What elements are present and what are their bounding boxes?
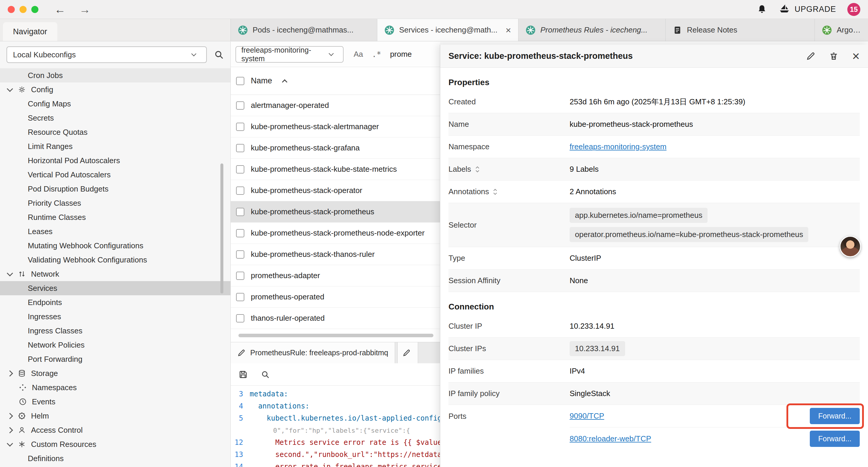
table-row[interactable]: kube-prometheus-stack-kube-state-metrics — [231, 159, 440, 180]
row-checkbox[interactable] — [236, 250, 244, 259]
port-link-9090[interactable]: 9090/TCP — [569, 411, 604, 420]
port-link-8080[interactable]: 8080:reloader-web/TCP — [569, 434, 651, 443]
sidebar-item-resource-quotas[interactable]: Resource Quotas — [0, 125, 230, 139]
sidebar-item-namespaces[interactable]: Namespaces — [0, 380, 230, 395]
chevron-down-icon[interactable] — [7, 270, 13, 276]
tab-argo[interactable]: Argo Se — [815, 19, 868, 41]
namespace-filter-select[interactable]: freeleaps-monitoring-system — [236, 46, 344, 63]
row-checkbox[interactable] — [236, 293, 244, 301]
close-icon[interactable]: × — [852, 50, 860, 63]
sidebar-item-horizontal-pod-autoscalers[interactable]: Horizontal Pod Autoscalers — [0, 153, 230, 168]
table-row[interactable]: thanos-ruler-operated — [231, 308, 440, 329]
table-row[interactable]: kube-prometheus-stack-operator — [231, 180, 440, 201]
delete-trash-icon[interactable] — [829, 52, 838, 61]
table-row-selected[interactable]: kube-prometheus-stack-prometheus — [231, 201, 440, 223]
sidebar-item-port-forwarding[interactable]: Port Forwarding — [0, 352, 230, 366]
sidebar-scrollbar[interactable] — [220, 164, 223, 293]
search-icon[interactable] — [214, 50, 224, 60]
expand-collapse-icon[interactable] — [475, 166, 480, 173]
table-row[interactable]: kube-prometheus-stack-prometheus-node-ex… — [231, 223, 440, 244]
table-row[interactable]: kube-prometheus-stack-alertmanager — [231, 116, 440, 138]
scrollbar-thumb[interactable] — [239, 334, 433, 337]
window-minimize-button[interactable] — [20, 6, 27, 13]
sidebar-item-ingresses[interactable]: Ingresses — [0, 310, 230, 324]
match-case-toggle[interactable]: Aa — [354, 50, 363, 59]
edit-pencil-icon[interactable] — [806, 52, 815, 61]
window-close-button[interactable] — [8, 6, 15, 13]
regex-toggle[interactable]: .* — [372, 50, 381, 59]
sidebar-item-config-maps[interactable]: Config Maps — [0, 97, 230, 111]
search-icon[interactable] — [261, 370, 270, 379]
tab-services[interactable]: Services - icecheng@math... × — [377, 19, 519, 41]
sidebar-item-vertical-pod-autoscalers[interactable]: Vertical Pod Autoscalers — [0, 168, 230, 182]
table-row[interactable]: alertmanager-operated — [231, 95, 440, 116]
sidebar-item-endpoints[interactable]: Endpoints — [0, 295, 230, 310]
row-checkbox[interactable] — [236, 101, 244, 110]
table-row[interactable]: kube-prometheus-stack-grafana — [231, 138, 440, 159]
sidebar-item-leases[interactable]: Leases — [0, 224, 230, 238]
chevron-down-icon[interactable] — [7, 85, 13, 92]
tab-release-notes[interactable]: Release Notes — [665, 19, 815, 41]
sidebar-item-network[interactable]: Network — [0, 267, 230, 281]
save-icon[interactable] — [239, 370, 248, 379]
name-column-header[interactable]: Name — [251, 76, 272, 85]
back-icon[interactable]: ← — [54, 4, 66, 15]
sidebar-item-validating-webhook-configurations[interactable]: Validating Webhook Configurations — [0, 253, 230, 267]
row-checkbox[interactable] — [236, 208, 244, 216]
select-all-checkbox[interactable] — [236, 77, 244, 85]
forward-button[interactable]: Forward... — [810, 408, 860, 424]
editor-tab-partial[interactable] — [397, 342, 418, 363]
namespace-link[interactable]: freeleaps-monitoring-system — [569, 142, 666, 151]
table-row[interactable]: prometheus-operated — [231, 286, 440, 308]
sidebar-item-config[interactable]: Config — [0, 83, 230, 97]
upgrade-button[interactable]: UPGRADE — [778, 4, 836, 16]
sort-ascending-icon[interactable] — [282, 79, 287, 85]
row-checkbox[interactable] — [236, 165, 244, 174]
sidebar-item-events[interactable]: Events — [0, 395, 230, 409]
sidebar-item-runtime-classes[interactable]: Runtime Classes — [0, 210, 230, 224]
table-row[interactable]: prometheus-adapter — [231, 265, 440, 286]
navigator-tab[interactable]: Navigator — [3, 22, 57, 41]
sidebar-item-secrets[interactable]: Secrets — [0, 111, 230, 125]
horizontal-scrollbar[interactable] — [231, 329, 440, 342]
chevron-right-icon[interactable] — [7, 413, 13, 419]
row-checkbox[interactable] — [236, 144, 244, 152]
editor-tab-prometheusrule[interactable]: PrometheusRule: freeleaps-prod-rabbitmq — [231, 342, 395, 363]
sidebar-item-services[interactable]: Services — [0, 281, 230, 295]
row-checkbox[interactable] — [236, 123, 244, 131]
sidebar-item-access-control[interactable]: Access Control — [0, 423, 230, 437]
floating-avatar[interactable] — [840, 236, 861, 257]
row-checkbox[interactable] — [236, 229, 244, 237]
close-tab-icon[interactable]: × — [505, 25, 511, 35]
forward-button[interactable]: Forward... — [810, 431, 860, 447]
tab-pods[interactable]: Pods - icecheng@mathmas... — [231, 19, 377, 41]
chevron-right-icon[interactable] — [7, 370, 13, 376]
sidebar-item-pod-disruption-budgets[interactable]: Pod Disruption Budgets — [0, 182, 230, 196]
search-input[interactable]: prome — [390, 50, 412, 59]
notification-count-badge[interactable]: 15 — [847, 3, 860, 16]
kubeconfig-selector[interactable]: Local Kubeconfigs — [6, 47, 207, 63]
chevron-right-icon[interactable] — [7, 427, 13, 433]
sidebar-item-limit-ranges[interactable]: Limit Ranges — [0, 139, 230, 153]
tab-prometheus-rules[interactable]: Prometheus Rules - icecheng... — [519, 19, 665, 41]
storage-cylinder-icon — [17, 368, 27, 378]
sidebar-item-priority-classes[interactable]: Priority Classes — [0, 196, 230, 210]
forward-icon[interactable]: → — [79, 4, 90, 15]
sidebar-item-ingress-classes[interactable]: Ingress Classes — [0, 324, 230, 338]
sidebar-item-network-policies[interactable]: Network Policies — [0, 338, 230, 352]
sidebar-item-storage[interactable]: Storage — [0, 366, 230, 380]
sidebar-item-custom-resources[interactable]: Custom Resources — [0, 437, 230, 451]
row-checkbox[interactable] — [236, 314, 244, 322]
sidebar-item-helm[interactable]: Helm — [0, 409, 230, 423]
row-checkbox[interactable] — [236, 272, 244, 280]
expand-collapse-icon[interactable] — [493, 188, 498, 196]
yaml-editor[interactable]: 3metadata: 4 annotations: 5 kubectl.kube… — [231, 386, 440, 467]
row-checkbox[interactable] — [236, 186, 244, 195]
sidebar-item-mutating-webhook-configurations[interactable]: Mutating Webhook Configurations — [0, 238, 230, 253]
sidebar-item-definitions[interactable]: Definitions — [0, 451, 230, 466]
window-zoom-button[interactable] — [31, 6, 38, 13]
table-row[interactable]: kube-prometheus-stack-thanos-ruler — [231, 244, 440, 265]
chevron-down-icon[interactable] — [7, 440, 13, 446]
sidebar-item-cron-jobs[interactable]: Cron Jobs — [0, 68, 230, 83]
notifications-bell-icon[interactable] — [756, 4, 767, 15]
